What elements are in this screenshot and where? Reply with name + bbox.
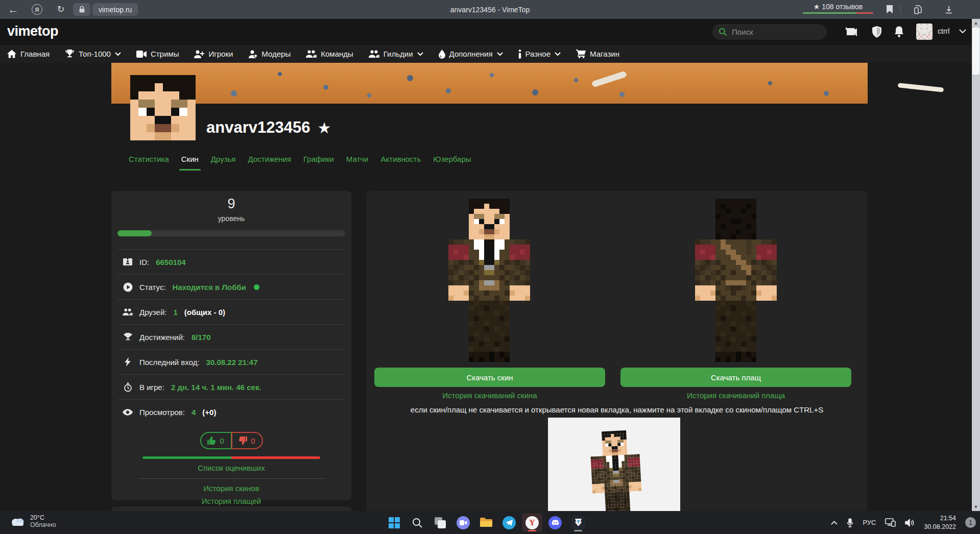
nav-item-addons[interactable]: Дополнения — [439, 50, 503, 59]
taskbar-clock[interactable]: 21:54 30.08.2022 — [924, 514, 956, 531]
open-app-indicator — [574, 530, 582, 531]
nav-item-guilds[interactable]: Гильдии — [369, 50, 423, 58]
vime-app-icon — [571, 516, 585, 529]
taskbar-search-button[interactable] — [407, 513, 427, 532]
taskbar-weather-widget[interactable]: 20°C Облачно — [10, 514, 56, 528]
chevron-down-icon — [555, 52, 561, 56]
discord-button[interactable] — [545, 513, 565, 532]
scrollbar-up-arrow[interactable]: ▲ — [972, 19, 980, 27]
chat-app-button[interactable] — [453, 513, 473, 532]
nav-item-moderators[interactable]: Модеры — [248, 50, 291, 58]
profile-name: anvarv123456 — [206, 118, 310, 137]
tab-matches[interactable]: Матчи — [346, 155, 369, 171]
friends-count[interactable]: 1 — [173, 308, 177, 317]
favorite-star-icon[interactable]: ★ — [317, 119, 331, 137]
search-input[interactable] — [732, 28, 808, 36]
nav-item-teams[interactable]: Команды — [306, 50, 353, 58]
player-id-value[interactable]: 6650104 — [156, 258, 185, 266]
tab-friends[interactable]: Друзья — [211, 155, 236, 171]
vime-app-button[interactable] — [568, 513, 588, 532]
raters-list-link[interactable]: Список оценивших — [111, 464, 351, 472]
start-button[interactable] — [384, 513, 404, 532]
task-view-button[interactable] — [430, 513, 450, 532]
star-icon: ★ — [814, 3, 820, 11]
stat-row-friends: Друзей: 1 (общих - 0) — [117, 299, 345, 324]
yandex-browser-button[interactable]: Y — [522, 513, 542, 532]
home-icon — [7, 50, 16, 58]
level-number: 9 — [111, 196, 351, 212]
level-progress-fill — [117, 230, 152, 236]
tab-charts[interactable]: Графики — [303, 155, 334, 171]
nav-item-streams[interactable]: Стримы — [136, 50, 179, 58]
tab-userbars[interactable]: Юзербары — [433, 155, 471, 171]
scrollbar-thumb[interactable] — [972, 28, 979, 75]
network-icon[interactable] — [885, 518, 896, 527]
collections-icon[interactable] — [912, 4, 924, 16]
username-label[interactable]: ctrrl — [938, 27, 949, 35]
skin-history-link[interactable]: История скинов — [111, 484, 351, 493]
friends-icon — [123, 308, 133, 315]
chevron-down-icon[interactable] — [959, 29, 966, 34]
downloads-icon[interactable] — [943, 4, 955, 16]
nav-item-misc[interactable]: Разное — [518, 50, 561, 59]
nav-item-home[interactable]: Главная — [7, 50, 50, 58]
bell-icon[interactable] — [894, 26, 904, 38]
main-navigation: Главная Топ-1000 Стримы Игроки Модеры Ко… — [0, 45, 972, 63]
skin-downloads-history-link[interactable]: История скачиваний скина — [374, 391, 605, 400]
cloud-icon — [10, 516, 26, 527]
dislike-button[interactable]: 0 — [231, 432, 263, 449]
browser-back-icon[interactable]: ← — [7, 4, 19, 16]
speaker-icon[interactable] — [905, 519, 915, 527]
yandex-browser-icon[interactable]: Я — [32, 4, 42, 15]
file-explorer-button[interactable] — [476, 513, 496, 532]
stat-row-id: ID: 6650104 — [117, 249, 345, 274]
skin-back-image — [695, 199, 777, 362]
shield-icon[interactable] — [871, 26, 882, 38]
site-reviews-widget[interactable]: ★ 108 отзывов — [803, 3, 873, 14]
tab-statistics[interactable]: Статистика — [129, 155, 169, 171]
keyboard-language[interactable]: РУС — [863, 519, 876, 526]
site-logo[interactable]: vimetop — [7, 23, 58, 39]
download-skin-button[interactable]: Скачать скин — [374, 368, 605, 387]
search-bar[interactable] — [712, 24, 827, 40]
profile-avatar[interactable] — [130, 75, 196, 140]
skin-3d-viewer[interactable] — [548, 418, 680, 511]
tab-skin[interactable]: Скин — [181, 155, 199, 171]
address-bar[interactable]: vimetop.ru — [92, 3, 138, 16]
nav-item-top1000[interactable]: Топ-1000 — [65, 50, 121, 59]
cape-history-link[interactable]: История плащей — [111, 497, 351, 505]
id-badge-icon — [123, 258, 133, 266]
tab-activity[interactable]: Активность — [380, 155, 421, 171]
user-avatar[interactable] — [916, 23, 933, 40]
windows-taskbar: 20°C Облачно Y — [0, 511, 980, 534]
stream-icon[interactable] — [846, 26, 858, 37]
skin-panel-card: Скачать скин Скачать плащ История скачив… — [367, 191, 867, 511]
lock-icon[interactable] — [73, 3, 90, 16]
people-icon — [369, 50, 379, 58]
weather-condition: Облачно — [30, 521, 56, 528]
page-scrollbar[interactable]: ▲ ▼ — [972, 19, 980, 511]
clock-date: 30.08.2022 — [924, 523, 956, 531]
bookmark-icon[interactable] — [885, 4, 895, 14]
telegram-icon — [503, 516, 516, 529]
notification-badge[interactable]: 1 — [965, 517, 976, 528]
download-cape-button[interactable]: Скачать плащ — [620, 368, 851, 387]
scrollbar-down-arrow[interactable]: ▼ — [972, 503, 980, 511]
reload-icon[interactable]: ↻ — [55, 4, 66, 15]
chevron-down-icon — [417, 52, 423, 56]
cape-downloads-history-link[interactable]: История скачиваний плаща — [620, 391, 851, 400]
views-count: 4 — [192, 408, 196, 417]
chrome-divider — [900, 5, 901, 14]
stat-row-status: Статус: Находится в Лобби — [117, 274, 345, 299]
nav-item-shop[interactable]: Магазин — [576, 50, 619, 58]
tab-achievements[interactable]: Достижения — [248, 155, 292, 171]
like-button[interactable]: 0 — [200, 432, 232, 449]
tray-chevron-up-icon[interactable] — [831, 521, 838, 525]
droplet-icon — [439, 50, 445, 59]
nav-item-players[interactable]: Игроки — [194, 50, 233, 58]
stat-row-achievements: Достижений: 8/170 — [117, 324, 345, 349]
microphone-icon[interactable] — [847, 518, 853, 527]
last-login-value: 30.08.22 21:47 — [206, 358, 258, 367]
telegram-button[interactable] — [499, 513, 519, 532]
chevron-down-icon — [115, 52, 121, 56]
